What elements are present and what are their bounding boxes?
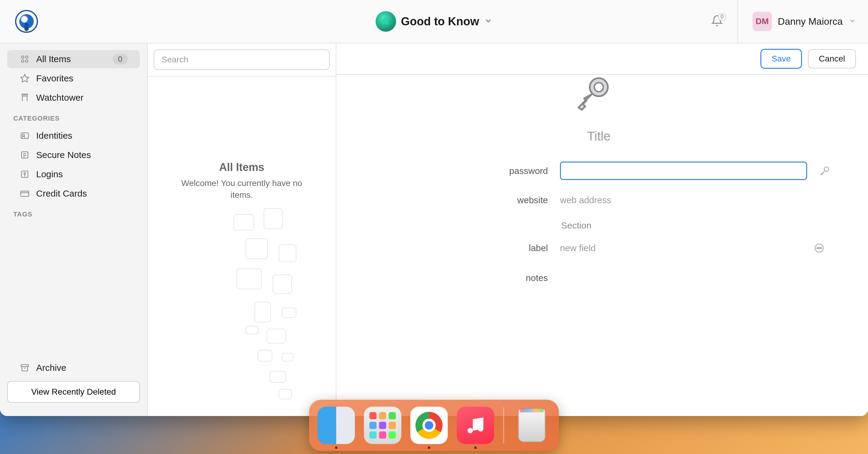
sidebar-item-label: Identities [36,130,72,141]
svg-point-23 [820,247,822,249]
sidebar-identities[interactable]: Identities [7,127,140,145]
cancel-button[interactable]: Cancel [808,49,856,68]
vault-selector[interactable]: Good to Know [375,11,493,32]
dock-finder[interactable] [318,407,355,444]
svg-point-18 [594,83,603,92]
svg-point-12 [24,173,25,174]
svg-point-2 [22,60,24,62]
svg-point-0 [22,56,24,58]
sidebar: All Items 0 Favorites Watchtower CATEGOR… [0,43,148,416]
svg-point-19 [824,167,829,171]
dock-music[interactable] [457,407,494,444]
svg-point-3 [26,60,28,62]
section-label[interactable]: Section [376,220,828,231]
sidebar-item-label: Secure Notes [36,150,91,160]
dock-launchpad[interactable] [364,407,401,444]
svg-point-6 [23,134,25,136]
vault-name: Good to Know [401,15,479,28]
avatar: DM [752,12,772,31]
custom-field-input[interactable]: new field [560,243,798,253]
dock [309,400,559,451]
title-field[interactable]: Title [376,129,828,144]
id-card-icon [19,130,30,141]
generate-password-button[interactable] [819,165,830,176]
empty-illustration [227,205,336,416]
website-field-label: website [376,195,548,205]
chevron-down-icon [484,17,493,26]
sidebar-secure-notes[interactable]: Secure Notes [7,146,140,164]
item-list-column: All Items Welcome! You currently have no… [148,43,336,416]
item-count-badge: 0 [113,54,128,64]
notifications-button[interactable]: 0 [711,15,723,28]
sidebar-item-label: Favorites [36,73,73,84]
sidebar-item-label: All Items [36,54,71,64]
list-empty-title: All Items [219,161,264,174]
search-input[interactable] [154,50,330,70]
credit-card-icon [19,188,30,199]
svg-point-22 [818,247,820,249]
vault-icon [375,11,396,32]
key-icon [19,169,30,180]
app-window: Good to Know 0 DM Danny Maiorca [0,0,868,416]
sidebar-logins[interactable]: Logins [7,165,140,183]
password-field-label: password [376,166,548,176]
tower-icon [19,92,30,103]
tags-heading: TAGS [0,203,147,222]
sidebar-item-label: Archive [36,363,66,373]
sidebar-favorites[interactable]: Favorites [7,69,140,87]
website-input[interactable]: web address [560,195,798,205]
notification-badge: 0 [718,13,726,21]
svg-point-24 [467,428,473,433]
sidebar-archive[interactable]: Archive [7,359,140,377]
sidebar-item-label: Watchtower [36,93,84,103]
svg-point-21 [817,247,818,249]
detail-column: Save Cancel Title password [336,43,868,416]
dock-trash[interactable] [513,407,551,444]
notes-field-label: notes [376,272,548,283]
title-placeholder: Title [587,129,611,143]
sidebar-watchtower[interactable]: Watchtower [7,89,140,107]
custom-field-label[interactable]: label [376,243,548,253]
sidebar-item-label: Logins [36,169,63,179]
note-icon [19,150,30,160]
svg-point-25 [478,426,484,432]
password-input[interactable] [560,161,807,180]
field-options-button[interactable] [810,243,828,253]
svg-point-1 [26,56,28,58]
svg-rect-13 [21,191,29,196]
save-button[interactable]: Save [761,49,802,69]
categories-heading: CATEGORIES [0,107,147,126]
header: Good to Know 0 DM Danny Maiorca [0,0,868,43]
account-menu[interactable]: DM Danny Maiorca [752,12,856,31]
list-empty-message: Welcome! You currently have no items. [176,177,308,201]
app-logo-icon [15,10,38,33]
svg-marker-4 [21,74,29,82]
user-name: Danny Maiorca [778,16,843,27]
sidebar-all-items[interactable]: All Items 0 [7,50,140,68]
svg-rect-15 [21,364,28,367]
archive-icon [19,362,30,373]
sidebar-item-label: Credit Cards [36,188,87,199]
dock-chrome[interactable] [410,407,448,444]
bell-icon [711,23,723,28]
chevron-down-icon [849,17,856,26]
circles-icon [19,54,30,64]
sidebar-credit-cards[interactable]: Credit Cards [7,184,140,203]
star-icon [19,73,30,84]
password-item-icon [575,75,611,111]
view-recently-deleted-button[interactable]: View Recently Deleted [7,381,140,403]
